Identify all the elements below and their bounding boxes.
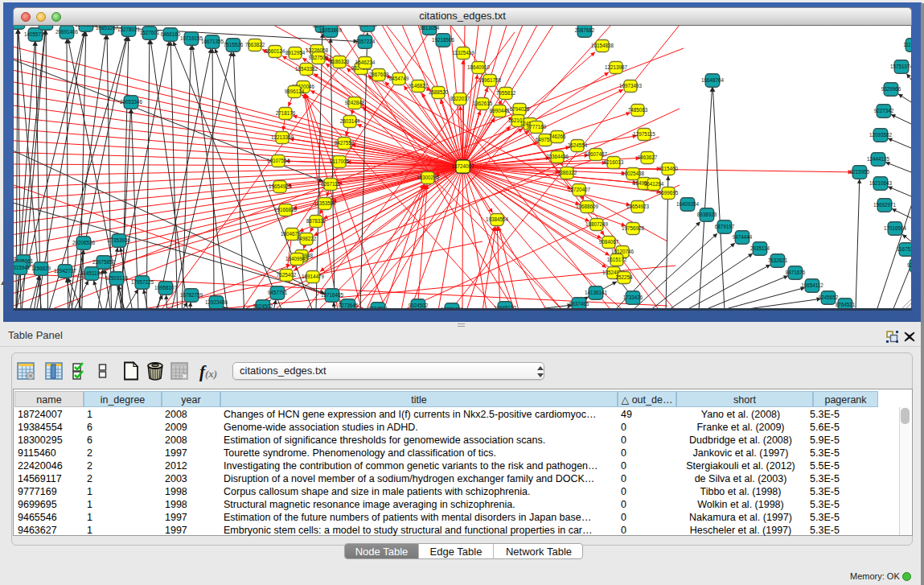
- svg-text:19654923: 19654923: [626, 204, 650, 209]
- svg-text:8764521: 8764521: [836, 302, 856, 307]
- svg-text:9924502: 9924502: [409, 303, 429, 308]
- svg-text:15751074: 15751074: [890, 64, 911, 69]
- svg-text:3624554: 3624554: [568, 142, 588, 148]
- svg-text:14055712: 14055712: [24, 31, 47, 37]
- svg-text:9327506: 9327506: [309, 55, 329, 60]
- svg-text:1117324: 1117324: [903, 42, 911, 47]
- svg-text:17016504: 17016504: [884, 225, 907, 231]
- svg-text:7955812: 7955812: [496, 90, 516, 96]
- svg-text:8813054: 8813054: [420, 26, 440, 31]
- svg-text:16671355: 16671355: [201, 39, 224, 44]
- svg-text:18807249: 18807249: [585, 221, 609, 227]
- svg-text:8454749: 8454749: [389, 76, 409, 81]
- svg-text:8937465: 8937465: [569, 301, 589, 307]
- svg-text:20206536: 20206536: [72, 240, 96, 245]
- svg-text:10945122: 10945122: [494, 305, 517, 310]
- svg-text:9824501: 9824501: [368, 306, 388, 310]
- svg-text:8186328: 8186328: [330, 59, 350, 64]
- svg-text:12213369: 12213369: [271, 134, 294, 140]
- svg-text:10688609: 10688609: [576, 204, 599, 209]
- svg-text:12923486: 12923486: [205, 299, 228, 305]
- svg-text:18724007: 18724007: [451, 163, 474, 169]
- svg-text:9315941: 9315941: [14, 265, 31, 270]
- svg-text:8215955: 8215955: [850, 169, 870, 175]
- svg-text:9832011: 9832011: [358, 26, 378, 27]
- svg-text:252254: 252254: [615, 274, 633, 280]
- svg-text:10853267: 10853267: [96, 26, 119, 31]
- svg-text:23975857: 23975857: [92, 259, 116, 265]
- svg-text:2803144: 2803144: [340, 118, 360, 124]
- svg-text:12444135: 12444135: [867, 156, 890, 162]
- svg-text:9227342: 9227342: [874, 108, 894, 113]
- svg-text:8660124: 8660124: [265, 48, 285, 54]
- svg-text:10025438: 10025438: [622, 171, 645, 176]
- svg-text:15300295: 15300295: [417, 175, 440, 180]
- svg-text:10958107: 10958107: [154, 285, 178, 290]
- svg-text:19756928: 19756928: [622, 225, 645, 231]
- svg-text:11451194: 11451194: [80, 270, 103, 276]
- svg-text:19384554: 19384554: [486, 216, 509, 222]
- svg-text:7632621: 7632621: [768, 257, 788, 263]
- svg-text:13736481: 13736481: [441, 307, 464, 310]
- svg-text:10107554: 10107554: [267, 158, 290, 163]
- svg-text:9084067: 9084067: [599, 239, 619, 245]
- svg-text:20364436: 20364436: [546, 154, 569, 159]
- svg-text:15716485: 15716485: [321, 292, 344, 298]
- svg-text:9699695: 9699695: [659, 190, 679, 196]
- svg-text:10973493: 10973493: [619, 83, 643, 89]
- svg-text:16782759: 16782759: [180, 292, 203, 298]
- svg-text:7357224: 7357224: [355, 39, 376, 44]
- svg-text:20691406: 20691406: [55, 29, 79, 35]
- svg-text:19218506: 19218506: [432, 37, 455, 43]
- svg-text:8267110: 8267110: [321, 181, 341, 187]
- svg-text:7485063: 7485063: [628, 107, 648, 113]
- svg-text:1588520: 1588520: [429, 89, 449, 95]
- svg-text:18640910: 18640910: [467, 64, 491, 70]
- svg-text:7663822: 7663822: [245, 42, 265, 47]
- svg-text:6794028: 6794028: [510, 106, 530, 112]
- svg-text:9284511: 9284511: [907, 262, 911, 268]
- svg-text:10719155: 10719155: [180, 35, 203, 41]
- svg-text:12093582: 12093582: [869, 132, 893, 138]
- svg-text:6216013: 6216013: [604, 159, 624, 165]
- svg-text:12213987: 12213987: [605, 64, 628, 70]
- svg-text:16961758: 16961758: [478, 77, 502, 83]
- svg-text:15692971: 15692971: [873, 202, 897, 208]
- svg-text:7515526: 7515526: [224, 42, 244, 47]
- svg-text:9329966: 9329966: [881, 86, 901, 92]
- svg-text:6466160: 6466160: [161, 31, 181, 37]
- svg-text:3498222: 3498222: [297, 236, 317, 241]
- svg-text:16409949: 16409949: [285, 256, 309, 262]
- svg-text:16914479: 16914479: [302, 274, 325, 279]
- svg-text:1615172: 1615172: [607, 257, 627, 262]
- svg-text:9117005: 9117005: [330, 159, 350, 164]
- svg-text:1527601: 1527601: [140, 30, 160, 35]
- svg-text:9924502: 9924502: [253, 303, 273, 309]
- svg-text:9896124: 9896124: [285, 89, 305, 94]
- svg-text:16053809: 16053809: [319, 27, 343, 33]
- svg-text:16210643: 16210643: [869, 180, 893, 186]
- svg-text:1733426: 1733426: [623, 295, 643, 300]
- svg-text:12503135: 12503135: [105, 275, 129, 281]
- svg-text:12942737: 12942737: [54, 268, 77, 274]
- svg-text:15720407: 15720407: [568, 187, 591, 192]
- svg-text:7625402: 7625402: [277, 272, 297, 278]
- svg-text:9457791: 9457791: [268, 290, 288, 295]
- svg-text:17957225: 17957225: [131, 279, 154, 285]
- svg-text:1167533: 1167533: [897, 246, 911, 252]
- svg-text:16154838: 16154838: [591, 43, 614, 48]
- svg-text:8912954: 8912954: [285, 50, 306, 56]
- svg-text:2935114: 2935114: [750, 245, 770, 251]
- svg-text:9463627: 9463627: [638, 154, 658, 160]
- svg-text:16648764: 16648764: [701, 77, 725, 83]
- svg-text:2867608: 2867608: [369, 72, 389, 77]
- svg-text:16409354: 16409354: [676, 201, 700, 207]
- svg-text:9146821: 9146821: [409, 83, 429, 89]
- svg-text:9115460: 9115460: [659, 166, 679, 171]
- svg-text:6879197: 6879197: [715, 224, 735, 229]
- svg-text:11325419: 11325419: [452, 50, 474, 56]
- svg-text:9245652: 9245652: [819, 295, 839, 300]
- svg-text:20053346: 20053346: [120, 99, 143, 105]
- svg-text:14136141: 14136141: [585, 290, 608, 295]
- svg-text:12975115: 12975115: [633, 131, 655, 137]
